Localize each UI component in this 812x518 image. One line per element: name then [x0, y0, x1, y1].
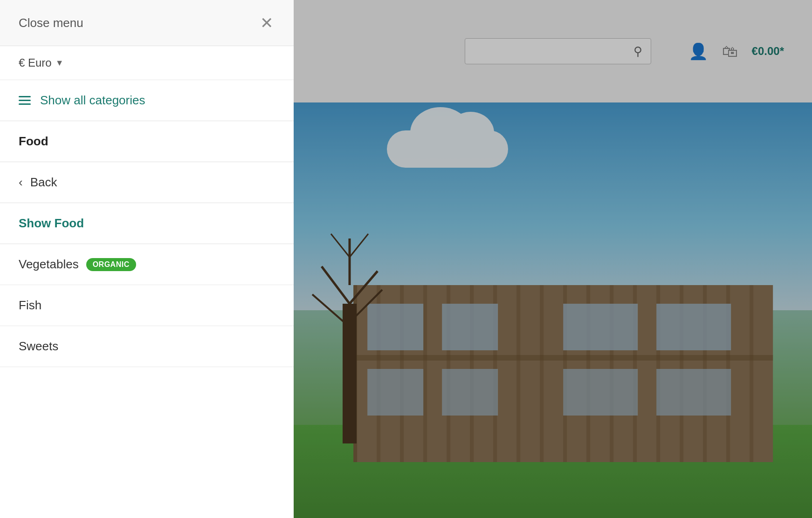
menu-panel: Close menu ✕ € Euro ▼ Show all categorie…	[0, 0, 294, 518]
fish-label: Fish	[19, 298, 41, 313]
back-label: Back	[30, 175, 57, 190]
currency-label: € Euro ▼	[19, 56, 64, 69]
currency-row[interactable]: € Euro ▼	[0, 46, 294, 80]
menu-item-sweets[interactable]: Sweets	[0, 326, 294, 367]
close-menu-label: Close menu	[19, 16, 83, 30]
food-title: Food	[19, 134, 48, 148]
food-section: Food	[0, 121, 294, 162]
sweets-label: Sweets	[19, 339, 58, 354]
menu-item-fish[interactable]: Fish	[0, 285, 294, 326]
show-food-row[interactable]: Show Food	[0, 203, 294, 244]
menu-item-vegetables[interactable]: Vegetables ORGANIC	[0, 244, 294, 285]
back-chevron-icon: ‹	[19, 175, 23, 190]
organic-badge: ORGANIC	[86, 258, 136, 271]
close-menu-button[interactable]: ✕	[258, 13, 275, 33]
show-all-categories-label: Show all categories	[40, 93, 145, 108]
show-all-categories-row[interactable]: Show all categories	[0, 80, 294, 121]
currency-chevron-icon: ▼	[55, 58, 64, 68]
back-row[interactable]: ‹ Back	[0, 162, 294, 203]
show-food-label: Show Food	[19, 216, 84, 230]
hamburger-icon	[19, 96, 31, 105]
menu-header: Close menu ✕	[0, 0, 294, 46]
vegetables-label: Vegetables	[19, 257, 79, 272]
